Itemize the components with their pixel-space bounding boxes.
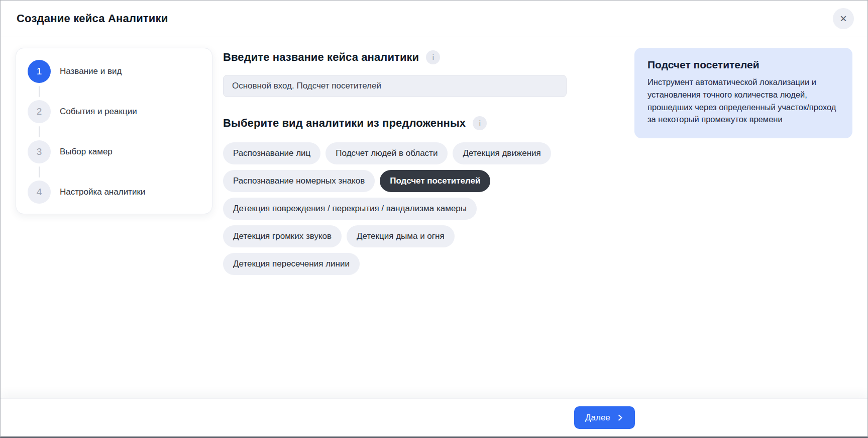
step-2-circle: 2 xyxy=(28,100,51,123)
next-button-label: Далее xyxy=(585,413,610,423)
close-button[interactable]: × xyxy=(833,8,854,29)
stepper-card: 1 Название и вид 2 События и реакции 3 В… xyxy=(16,48,212,214)
step-name-and-type[interactable]: 1 Название и вид xyxy=(28,60,202,83)
info-icon[interactable]: i xyxy=(426,50,440,64)
chip-people-count-in-area[interactable]: Подсчет людей в области xyxy=(325,142,448,164)
analytics-type-options: Распознавание лиц Подсчет людей в област… xyxy=(223,142,567,275)
modal-title: Создание кейса Аналитики xyxy=(17,12,168,25)
step-connector xyxy=(39,86,40,97)
step-connector xyxy=(39,126,40,137)
step-3-label: Выбор камер xyxy=(60,147,113,157)
modal-body: 1 Название и вид 2 События и реакции 3 В… xyxy=(1,37,867,398)
chip-line-crossing-detection[interactable]: Детекция пересечения линии xyxy=(223,253,360,275)
next-button[interactable]: Далее xyxy=(574,406,635,429)
create-analytics-case-modal: Создание кейса Аналитики × 1 Название и … xyxy=(0,0,868,438)
step-events-and-reactions[interactable]: 2 События и реакции xyxy=(28,100,202,123)
selected-analytics-info-panel: Подсчет посетителей Инструмент автоматич… xyxy=(634,48,852,138)
chip-camera-tampering-detection[interactable]: Детекция повреждения / перекрытия / ванд… xyxy=(223,198,477,220)
step-4-label: Настройка аналитики xyxy=(60,187,145,197)
analytics-type-heading: Выберите вид аналитики из предложенных xyxy=(223,117,466,130)
step-1-circle: 1 xyxy=(28,60,51,83)
chip-loud-sound-detection[interactable]: Детекция громких звуков xyxy=(223,225,342,247)
case-name-input[interactable] xyxy=(223,75,567,97)
modal-header: Создание кейса Аналитики × xyxy=(1,1,867,37)
step-4-circle: 4 xyxy=(28,181,51,204)
chip-motion-detection[interactable]: Детекция движения xyxy=(453,142,551,164)
step-analytics-settings[interactable]: 4 Настройка аналитики xyxy=(28,181,202,204)
info-icon[interactable]: i xyxy=(473,116,487,130)
close-icon: × xyxy=(840,13,847,25)
chip-face-recognition[interactable]: Распознавание лиц xyxy=(223,142,320,164)
step-connector xyxy=(39,166,40,178)
form-area: Введите название кейса аналитики i Выбер… xyxy=(223,48,567,275)
info-panel-description: Инструмент автоматической локализации и … xyxy=(647,76,839,126)
chip-license-plate-recognition[interactable]: Распознавание номерных знаков xyxy=(223,170,375,192)
step-2-label: События и реакции xyxy=(60,107,137,117)
info-panel-title: Подсчет посетителей xyxy=(647,59,839,71)
chip-visitor-counting[interactable]: Подсчет посетителей xyxy=(380,170,490,192)
case-name-heading: Введите название кейса аналитики xyxy=(223,51,419,64)
step-camera-selection[interactable]: 3 Выбор камер xyxy=(28,140,202,163)
chevron-right-icon xyxy=(616,414,624,421)
chip-smoke-fire-detection[interactable]: Детекция дыма и огня xyxy=(347,225,455,247)
modal-footer: Далее xyxy=(1,398,867,436)
step-1-label: Название и вид xyxy=(60,66,122,76)
step-3-circle: 3 xyxy=(28,140,51,163)
